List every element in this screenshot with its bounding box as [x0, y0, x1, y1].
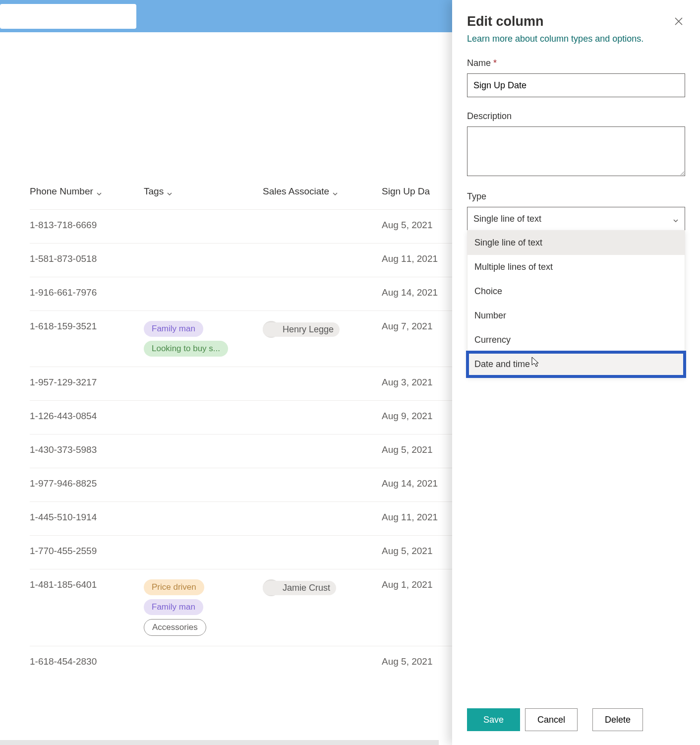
phone-cell: 1-770-455-2559: [30, 546, 144, 557]
name-field-group: Name *: [467, 58, 685, 97]
tag[interactable]: Price driven: [144, 579, 204, 595]
chevron-down-icon: [673, 216, 679, 222]
type-label: Type: [467, 191, 685, 202]
sales-associate-name: Jamie Crust: [283, 583, 330, 593]
phone-cell: 1-481-185-6401: [30, 579, 144, 590]
type-option[interactable]: Multiple lines of text: [467, 255, 685, 279]
name-input[interactable]: [467, 73, 685, 97]
column-label: Tags: [144, 186, 164, 197]
sales-cell: Jamie Crust: [263, 579, 382, 596]
type-option[interactable]: Choice: [467, 279, 685, 304]
phone-cell: 1-430-373-5983: [30, 444, 144, 455]
save-button[interactable]: Save: [467, 708, 520, 731]
type-dropdown: Single line of textMultiple lines of tex…: [467, 230, 685, 377]
edit-column-panel: Edit column Learn more about column type…: [452, 0, 700, 745]
panel-title: Edit column: [467, 14, 544, 29]
tag[interactable]: Accessories: [144, 619, 206, 636]
cancel-button[interactable]: Cancel: [525, 708, 578, 731]
name-label: Name *: [467, 58, 685, 68]
sales-associate-pill[interactable]: Henry Legge: [263, 322, 340, 337]
tags-cell: Family manLooking to buy s...: [144, 321, 263, 357]
type-option[interactable]: Number: [467, 304, 685, 328]
type-option[interactable]: Single line of text: [467, 231, 685, 255]
phone-cell: 1-916-661-7976: [30, 287, 144, 298]
tag[interactable]: Looking to buy s...: [144, 341, 228, 357]
phone-cell: 1-957-129-3217: [30, 377, 144, 388]
phone-cell: 1-581-873-0518: [30, 253, 144, 264]
sales-cell: Henry Legge: [263, 321, 382, 338]
type-option[interactable]: Date and time: [467, 352, 685, 376]
description-field-group: Description: [467, 111, 685, 178]
tags-cell: Price drivenFamily manAccessories: [144, 579, 263, 636]
type-select[interactable]: Single line of text: [467, 207, 685, 231]
phone-cell: 1-618-454-2830: [30, 656, 144, 667]
type-field-group: Type Single line of text Single line of …: [467, 191, 685, 377]
phone-cell: 1-126-443-0854: [30, 411, 144, 422]
column-header-tags[interactable]: Tags: [144, 186, 263, 197]
column-header-phone[interactable]: Phone Number: [30, 186, 144, 197]
column-label: Sales Associate: [263, 186, 329, 197]
phone-cell: 1-977-946-8825: [30, 478, 144, 489]
close-icon[interactable]: [672, 14, 685, 30]
chevron-down-icon: [167, 188, 173, 194]
phone-cell: 1-618-159-3521: [30, 321, 144, 332]
phone-cell: 1-813-718-6669: [30, 220, 144, 231]
tag[interactable]: Family man: [144, 599, 203, 615]
chevron-down-icon: [332, 188, 338, 194]
learn-more-link[interactable]: Learn more about column types and option…: [467, 34, 685, 44]
tag[interactable]: Family man: [144, 321, 203, 337]
panel-footer: Save Cancel Delete: [467, 698, 685, 745]
type-option[interactable]: Currency: [467, 328, 685, 352]
column-label: Phone Number: [30, 186, 93, 197]
sales-associate-pill[interactable]: Jamie Crust: [263, 581, 336, 595]
cursor-icon: [529, 356, 540, 372]
column-label: Sign Up Da: [382, 186, 430, 197]
chevron-down-icon: [96, 188, 102, 194]
type-selected-value: Single line of text: [473, 214, 541, 224]
description-label: Description: [467, 111, 685, 122]
phone-cell: 1-445-510-1914: [30, 512, 144, 523]
column-header-sales[interactable]: Sales Associate: [263, 186, 382, 197]
description-input[interactable]: [467, 126, 685, 176]
horizontal-scrollbar[interactable]: [0, 740, 439, 745]
sales-associate-name: Henry Legge: [283, 324, 334, 335]
search-input[interactable]: [0, 4, 136, 29]
delete-button[interactable]: Delete: [592, 708, 643, 731]
